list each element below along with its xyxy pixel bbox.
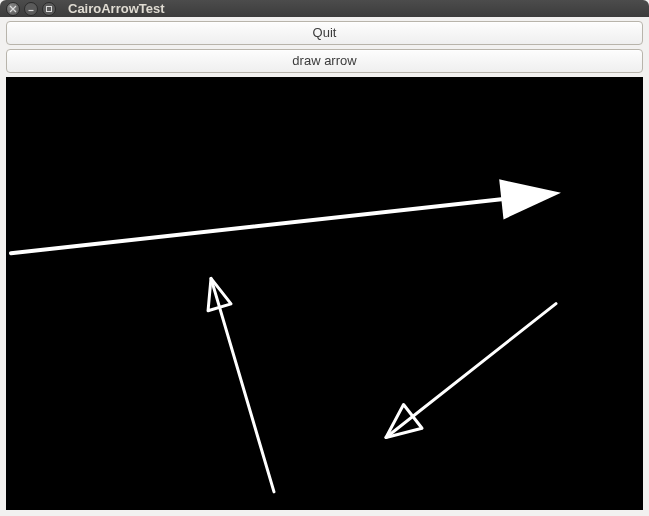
minimize-icon[interactable] [24,2,38,16]
application-window: CairoArrowTest Quit draw arrow [0,0,649,516]
window-title: CairoArrowTest [68,1,165,16]
svg-line-5 [386,304,556,438]
toolbar: Quit draw arrow [0,17,649,75]
svg-line-1 [11,199,501,253]
close-icon[interactable] [6,2,20,16]
svg-line-3 [211,278,274,491]
canvas-container [0,75,649,516]
draw-arrow-button[interactable]: draw arrow [6,49,643,73]
quit-button[interactable]: Quit [6,21,643,45]
drawing-canvas[interactable] [6,77,643,510]
svg-rect-0 [47,6,52,11]
arrow-graphics [6,77,643,510]
window-controls [6,2,56,16]
svg-marker-4 [208,278,231,310]
titlebar[interactable]: CairoArrowTest [0,0,649,17]
svg-marker-2 [499,179,561,219]
maximize-icon[interactable] [42,2,56,16]
